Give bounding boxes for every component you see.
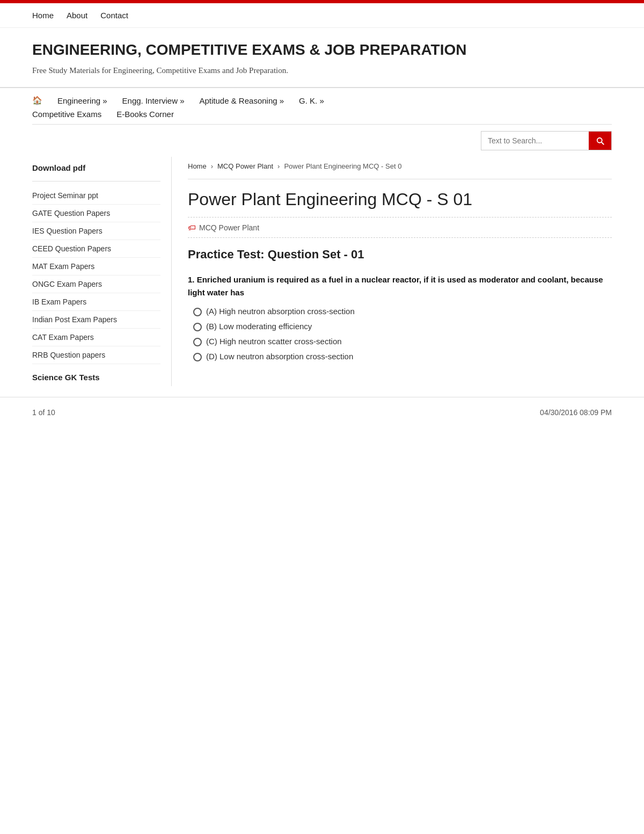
option-d[interactable]: (D) Low neutron absorption cross-section [193,352,612,361]
search-row [0,125,644,157]
nav-ebooks[interactable]: E-Books Corner [116,110,174,119]
sidebar-download[interactable]: Download pdf [32,157,160,182]
main-nav: 🏠 Engineering » Engg. Interview » Aptitu… [0,87,644,125]
nav-about[interactable]: About [67,11,87,20]
search-input[interactable] [481,133,589,149]
radio-a[interactable] [193,308,202,316]
sidebar-item[interactable]: Indian Post Exam Papers [32,311,160,329]
question-1-options: (A) High neutron absorption cross-sectio… [188,307,612,361]
site-title: ENGINEERING, COMPETITIVE EXAMS & JOB PRE… [32,41,612,59]
timestamp: 04/30/2016 08:09 PM [540,408,612,417]
question-1-text: 1. Enriched uranium is required as a fue… [188,273,612,299]
option-c[interactable]: (C) High neutron scatter cross-section [193,337,612,346]
top-nav: Home About Contact [0,3,644,28]
nav-contact[interactable]: Contact [100,11,128,20]
sidebar-item[interactable]: IES Question Papers [32,222,160,240]
sidebar-item[interactable]: IB Exam Papers [32,293,160,311]
sidebar-item[interactable]: CAT Exam Papers [32,329,160,346]
breadcrumb-mcq-power-plant[interactable]: MCQ Power Plant [217,162,273,170]
nav-home-icon[interactable]: 🏠 [32,96,42,105]
radio-b[interactable] [193,323,202,331]
article-title: Power Plant Engineering MCQ - S 01 [188,189,612,209]
search-icon [595,136,605,146]
nav-engg-interview[interactable]: Engg. Interview » [122,96,185,105]
option-a[interactable]: (A) High neutron absorption cross-sectio… [193,307,612,316]
search-button[interactable] [589,132,611,150]
page-footer: 1 of 10 04/30/2016 08:09 PM [0,397,644,427]
sidebar-item[interactable]: RRB Question papers [32,346,160,364]
sidebar-item[interactable]: CEED Question Papers [32,240,160,258]
main-content: Home › MCQ Power Plant › Power Plant Eng… [172,157,612,386]
breadcrumb-home[interactable]: Home [188,162,207,170]
tag-icon: 🏷 [188,223,196,232]
nav-aptitude[interactable]: Aptitude & Reasoning » [199,96,284,105]
sidebar-item[interactable]: ONGC Exam Papers [32,275,160,293]
breadcrumb: Home › MCQ Power Plant › Power Plant Eng… [188,157,612,179]
nav-engineering[interactable]: Engineering » [57,96,107,105]
sidebar-item[interactable]: GATE Question Papers [32,205,160,222]
nav-home[interactable]: Home [32,11,54,20]
option-b[interactable]: (B) Low moderating efficiency [193,322,612,331]
nav-gk[interactable]: G. K. » [299,96,324,105]
nav-competitive-exams[interactable]: Competitive Exams [32,110,101,119]
page-info: 1 of 10 [32,408,55,417]
radio-d[interactable] [193,353,202,361]
site-desc: Free Study Materials for Engineering, Co… [32,64,290,77]
article-tag[interactable]: MCQ Power Plant [199,223,259,232]
breadcrumb-current: Power Plant Engineering MCQ - Set 0 [284,162,401,170]
sidebar: Download pdf Project Seminar ppt GATE Qu… [32,157,172,386]
sidebar-item[interactable]: MAT Exam Papers [32,258,160,275]
sidebar-item[interactable]: Project Seminar ppt [32,187,160,205]
practice-title: Practice Test: Question Set - 01 [188,248,612,262]
radio-c[interactable] [193,338,202,346]
question-1: 1. Enriched uranium is required as a fue… [188,273,612,361]
sidebar-section-title: Science GK Tests [32,364,160,386]
tag-line: 🏷 MCQ Power Plant [188,217,612,238]
site-header: ENGINEERING, COMPETITIVE EXAMS & JOB PRE… [0,28,644,82]
